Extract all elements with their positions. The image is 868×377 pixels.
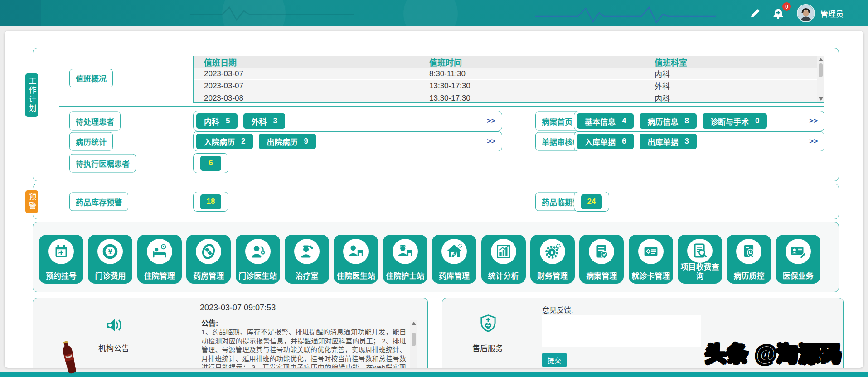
- duty-overview-button[interactable]: 值班概况: [69, 69, 113, 87]
- stat-button-group: 入院病历2出院病历9>>: [193, 131, 502, 151]
- module-tile[interactable]: 统计分析: [481, 235, 526, 284]
- section-divider: [59, 106, 824, 107]
- stat-button-label: 诊断与手术: [710, 116, 749, 127]
- duty-table-row: 2023-03-0713:30-17:30外科: [194, 80, 824, 92]
- capsule-icon: [196, 239, 221, 264]
- drug-expiry-count-button[interactable]: 24: [581, 194, 602, 209]
- stat-button[interactable]: 病历信息8: [640, 113, 696, 129]
- submit-button[interactable]: 提交: [542, 353, 567, 367]
- drug-expiry-count-group: 24: [574, 192, 609, 212]
- scrollbar-thumb[interactable]: [412, 333, 416, 346]
- duty-column-header: 值班日期: [194, 56, 419, 68]
- stat-button-count: 3: [684, 137, 689, 146]
- module-tile[interactable]: 病历质控: [727, 235, 771, 284]
- stat-category-button[interactable]: 病案首页: [535, 112, 579, 130]
- stat-button-count: 9: [304, 137, 308, 146]
- stat-button-label: 外科: [251, 116, 267, 127]
- module-tile-label: 统计分析: [481, 272, 526, 281]
- duty-column-header: 值班时间: [419, 56, 644, 68]
- stat-button[interactable]: 入院病历2: [196, 134, 253, 149]
- module-tile-label: 门诊医生站: [236, 272, 280, 281]
- stat-button[interactable]: 出院病历9: [259, 134, 315, 149]
- module-tile[interactable]: 医保业务: [776, 235, 820, 284]
- module-tile[interactable]: 住院护士站: [383, 235, 427, 284]
- header-decor-blob: [0, 0, 41, 26]
- stat-button-group: 内科5外科3>>: [193, 111, 502, 131]
- stat-button-label: 内科: [204, 116, 219, 127]
- more-link[interactable]: >>: [487, 117, 495, 125]
- drug-stock-count-button[interactable]: 18: [200, 194, 221, 209]
- insurance-card-edit-icon: [786, 239, 811, 264]
- bar-chart-icon: [491, 239, 516, 264]
- stat-button[interactable]: 外科3: [243, 113, 285, 129]
- stat-category-button[interactable]: 病历统计: [69, 132, 113, 151]
- user-avatar[interactable]: [797, 4, 815, 22]
- module-tile[interactable]: ¥门诊费用: [88, 235, 132, 284]
- scroll-up-arrow[interactable]: [819, 58, 823, 61]
- module-tile[interactable]: 药房管理: [186, 235, 231, 284]
- stat-button-label: 病历信息: [647, 116, 678, 127]
- module-tile-label: 住院医生站: [334, 272, 378, 281]
- more-link[interactable]: >>: [809, 117, 818, 125]
- module-tile-label: 医保业务: [776, 272, 820, 281]
- feedback-label: 意见反馈:: [542, 304, 573, 315]
- module-tile[interactable]: 病案管理: [579, 235, 624, 284]
- stat-button-group: 基本信息4病历信息8诊断与手术0>>: [574, 111, 824, 131]
- stat-button[interactable]: 入库单据6: [577, 134, 634, 149]
- module-tile-label: 病案管理: [579, 272, 624, 281]
- edit-pencil-icon[interactable]: [748, 6, 761, 20]
- stat-button[interactable]: 诊断与手术0: [703, 113, 767, 129]
- id-card-icon: [638, 239, 664, 264]
- pending-orders-count-button[interactable]: 6: [200, 156, 221, 171]
- module-tile-label: 病历质控: [727, 272, 771, 281]
- module-tile[interactable]: 住院管理: [137, 235, 182, 284]
- stat-button[interactable]: 基本信息4: [577, 113, 634, 129]
- duty-cell: 内科: [644, 68, 824, 79]
- notification-bell-icon[interactable]: 0: [771, 6, 785, 20]
- scrollbar-thumb[interactable]: [819, 63, 823, 77]
- work-plan-panel: 值班概况 值班日期值班时间值班科室 2023-03-078:30-11:30内科…: [33, 48, 839, 181]
- document-shield-icon: [589, 239, 614, 264]
- duty-table-body: 2023-03-078:30-11:30内科2023-03-0713:30-17…: [194, 68, 824, 103]
- module-tile-label: 预约挂号: [39, 272, 83, 281]
- module-tile-label: 财务管理: [530, 272, 575, 281]
- duty-cell: 外科: [644, 80, 824, 92]
- stat-button-label: 出院病历: [267, 136, 297, 147]
- watermark-text: 头条 @淘源码: [705, 337, 842, 367]
- svg-text:¥: ¥: [108, 247, 112, 256]
- more-link[interactable]: >>: [809, 137, 818, 145]
- stat-category-button[interactable]: 待处理患者: [69, 112, 121, 130]
- drug-stock-count-group: 18: [193, 192, 228, 212]
- feedback-textarea[interactable]: [542, 315, 701, 347]
- module-tile[interactable]: ¥财务管理: [530, 235, 575, 284]
- module-tile-label: 药房管理: [186, 272, 231, 281]
- module-tile[interactable]: 药库管理: [432, 235, 476, 284]
- module-tile-label: 药库管理: [432, 272, 476, 281]
- scroll-up-arrow[interactable]: [412, 322, 416, 325]
- duty-column-header: 值班科室: [644, 56, 824, 68]
- drug-stock-warning-button[interactable]: 药品库存预警: [69, 193, 128, 211]
- module-tile[interactable]: 就诊卡管理: [629, 235, 673, 284]
- module-tile[interactable]: 门诊医生站: [236, 235, 280, 284]
- module-tile[interactable]: 项目收费查询: [678, 235, 722, 284]
- announcement-timestamp: 2023-03-07 09:07:53: [200, 303, 276, 313]
- more-link[interactable]: >>: [487, 137, 495, 145]
- svg-text:¥: ¥: [551, 250, 553, 255]
- duty-cell: 2023-03-07: [194, 69, 419, 78]
- stat-button-group: 入库单据6出库单据3>>: [574, 131, 824, 151]
- stat-button[interactable]: 出库单据3: [640, 134, 696, 149]
- module-tile[interactable]: 预约挂号: [39, 235, 83, 284]
- ecg-line-decoration: [535, 3, 716, 24]
- stat-category-button[interactable]: 待执行医嘱患者: [69, 154, 136, 173]
- scroll-down-arrow[interactable]: [819, 97, 823, 101]
- user-name-label: 管理员: [820, 8, 844, 19]
- gear-yuan-icon: ¥: [540, 239, 565, 264]
- module-tile[interactable]: 住院医生站: [334, 235, 378, 284]
- duty-table-scrollbar[interactable]: [817, 56, 824, 102]
- megaphone-plus-icon: [103, 313, 126, 338]
- stat-button[interactable]: 内科5: [196, 113, 238, 129]
- announcement-scrollbar[interactable]: [410, 320, 417, 368]
- module-tile[interactable]: 治疗室: [285, 235, 329, 284]
- stat-row: 待处理患者内科5外科3>>病案首页基本信息4病历信息8诊断与手术0>>: [33, 110, 839, 132]
- stat-button-label: 基本信息: [585, 116, 616, 127]
